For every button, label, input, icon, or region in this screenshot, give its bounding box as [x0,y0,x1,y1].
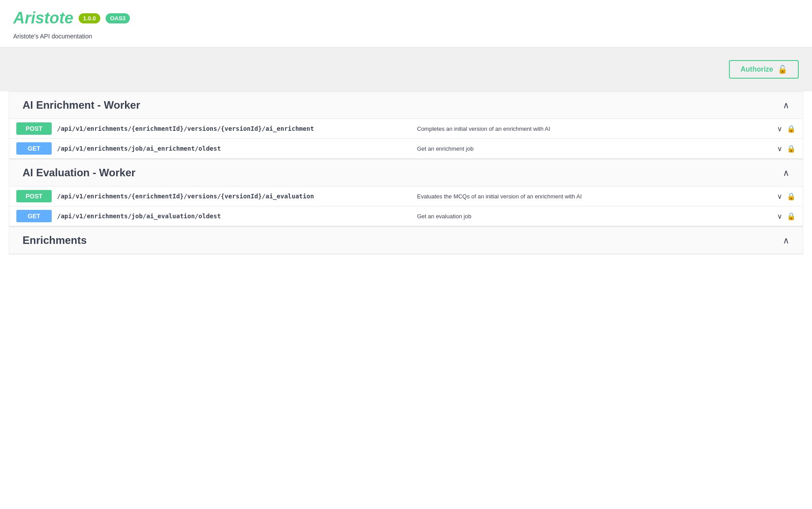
endpoint-actions-post-ai-enrichment: ∨ 🔒 [777,125,796,133]
chevron-down-icon-eval-get: ∨ [777,212,782,220]
chevron-up-icon-ai-evaluation: ∧ [783,167,789,178]
method-badge-get: GET [16,142,52,155]
endpoint-path-ai-evaluation-post: /api/v1/enrichments/{enrichmentId}/versi… [57,193,412,200]
version-badge: 1.0.0 [79,13,100,23]
oas-badge: OAS3 [106,13,130,23]
endpoint-path-ai-enrichment-post: /api/v1/enrichments/{enrichmentId}/versi… [57,125,412,132]
endpoint-actions-post-ai-evaluation: ∨ 🔒 [777,192,796,201]
method-badge-post: POST [16,122,52,135]
header: Aristote 1.0.0 OAS3 Aristote's API docum… [0,0,812,47]
endpoint-summary-ai-enrichment-post: Completes an initial version of an enric… [417,125,772,132]
lock-icon-post-ai-enrichment: 🔒 [787,125,796,133]
endpoint-summary-ai-evaluation-get: Get an evaluation job [417,213,772,220]
app-title: Aristote [13,9,73,27]
authorize-button[interactable]: Authorize 🔓 [729,60,799,79]
section-title-enrichments: Enrichments [23,234,87,247]
chevron-down-icon-eval-post: ∨ [777,192,782,201]
chevron-up-icon-enrichments: ∧ [783,235,789,246]
section-title-ai-enrichment: AI Enrichment - Worker [23,99,140,111]
method-badge-post-eval: POST [16,190,52,202]
endpoint-post-ai-enrichment[interactable]: POST /api/v1/enrichments/{enrichmentId}/… [9,119,803,139]
section-ai-enrichment-worker: AI Enrichment - Worker ∧ POST /api/v1/en… [9,91,803,159]
section-header-ai-enrichment[interactable]: AI Enrichment - Worker ∧ [9,92,803,119]
endpoint-path-ai-evaluation-get: /api/v1/enrichments/job/ai_evaluation/ol… [57,213,412,220]
sections-container: AI Enrichment - Worker ∧ POST /api/v1/en… [0,91,812,254]
authorize-label: Authorize [740,65,773,73]
method-badge-get-eval: GET [16,210,52,222]
app-description: Aristote's API documentation [13,33,799,40]
endpoint-summary-ai-enrichment-get: Get an enrichment job [417,145,772,152]
endpoint-actions-get-ai-evaluation: ∨ 🔒 [777,212,796,220]
lock-open-icon: 🔓 [778,65,787,74]
endpoint-actions-get-ai-enrichment: ∨ 🔒 [777,144,796,153]
endpoint-post-ai-evaluation[interactable]: POST /api/v1/enrichments/{enrichmentId}/… [9,186,803,206]
chevron-up-icon-ai-enrichment: ∧ [783,100,789,110]
section-enrichments: Enrichments ∧ [9,227,803,254]
lock-icon-get-ai-evaluation: 🔒 [787,212,796,220]
section-title-ai-evaluation: AI Evaluation - Worker [23,167,136,179]
auth-section: Authorize 🔓 [0,47,812,91]
endpoint-get-ai-evaluation-job[interactable]: GET /api/v1/enrichments/job/ai_evaluatio… [9,206,803,226]
endpoint-get-ai-enrichment-job[interactable]: GET /api/v1/enrichments/job/ai_enrichmen… [9,139,803,159]
chevron-down-icon: ∨ [777,125,782,133]
lock-icon-get-ai-enrichment: 🔒 [787,144,796,153]
endpoint-path-ai-enrichment-get: /api/v1/enrichments/job/ai_enrichment/ol… [57,145,412,152]
chevron-down-icon-get: ∨ [777,144,782,153]
endpoint-summary-ai-evaluation-post: Evaluates the MCQs of an initial version… [417,193,772,200]
section-ai-evaluation-worker: AI Evaluation - Worker ∧ POST /api/v1/en… [9,159,803,227]
section-header-ai-evaluation[interactable]: AI Evaluation - Worker ∧ [9,160,803,186]
lock-icon-post-ai-evaluation: 🔒 [787,192,796,201]
section-header-enrichments[interactable]: Enrichments ∧ [9,227,803,254]
